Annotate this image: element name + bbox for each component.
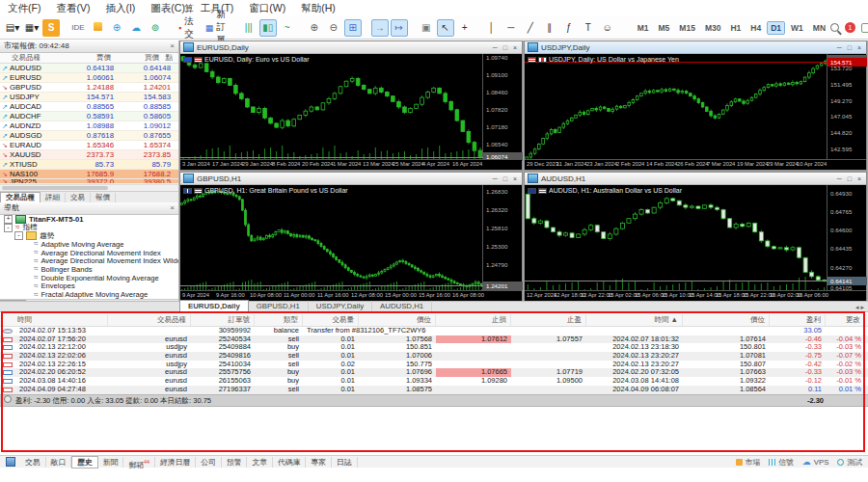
tree-item[interactable]: -≈指標 <box>0 224 178 232</box>
column-header[interactable]: 賣價 <box>60 53 114 63</box>
tree-item[interactable]: ≈Double Exponential Moving Average <box>0 274 178 282</box>
history-column-header[interactable]: 盈利 <box>770 314 826 326</box>
timeframe-m5[interactable]: M5 <box>655 21 674 35</box>
market-watch-hscrollbar[interactable] <box>0 184 178 191</box>
statusbar-tab[interactable]: 新聞 <box>98 457 124 468</box>
collapse-icon[interactable]: - <box>14 231 23 240</box>
history-row[interactable]: 2024.02.07 15:13:5330959992balanceTransf… <box>0 327 868 335</box>
chart-tab[interactable]: GBPUSD,H1 <box>249 301 309 311</box>
history-row[interactable]: 2024.03.08 14:40:16eurusd26155063buy0.01… <box>0 377 868 386</box>
chart-window-audusd-h1[interactable]: AUDUSD,H1─ □ ×AUDUSD, H1: Australian Dol… <box>524 172 867 302</box>
statusbar-tab[interactable]: 郵箱44 <box>123 457 155 468</box>
tree-item[interactable]: ≈Adaptive Moving Average <box>0 240 178 249</box>
history-row[interactable]: 2024.02.13 22:26:15usdjpy25410034sell0.0… <box>0 361 868 369</box>
window-controls[interactable]: ─ □ × <box>493 44 519 51</box>
timeframe-m15[interactable]: M15 <box>675 21 699 35</box>
menu-item[interactable]: 文件(F) <box>0 2 48 15</box>
statusbar-tab[interactable]: 敞口 <box>46 457 72 468</box>
text-icon[interactable]: T <box>580 19 597 37</box>
statusbar-tab[interactable]: 日誌 <box>332 457 358 468</box>
crosshair-icon[interactable]: + <box>456 19 474 37</box>
statusbar-tab[interactable]: 文章 <box>247 457 273 468</box>
price-chart-canvas[interactable]: EURUSD, Daily: Euro vs US Dollar <box>180 54 483 160</box>
community-globe-icon[interactable]: ⊚ <box>147 19 164 37</box>
chart-window-gbpusd-h1[interactable]: GBPUSD,H1─ □ ×GBPUSD, H1: Great Britain … <box>179 172 523 302</box>
history-column-header[interactable]: 價位 <box>359 314 436 326</box>
history-column-header[interactable]: 訂單號 <box>191 314 255 326</box>
column-header[interactable]: 交易品種 <box>0 53 60 63</box>
channel-icon[interactable]: ∥ <box>541 19 558 37</box>
market-watch-row[interactable]: ↘XAUUSD2373.732373.85 <box>0 150 178 160</box>
market-watch-row[interactable]: ↘EURAUD1.653461.65374 <box>0 141 178 150</box>
signals-status[interactable]: 信號 <box>769 457 794 468</box>
column-header[interactable]: 點 <box>162 53 176 63</box>
statusbar-tab[interactable]: 交易 <box>20 457 46 468</box>
market-watch-row[interactable]: ↘GBPUSD1.241881.24201 <box>0 83 178 93</box>
window-controls[interactable]: ─ □ × <box>837 175 863 182</box>
auto-scroll-icon[interactable]: → <box>371 19 389 37</box>
market-status[interactable]: 市場 <box>736 457 761 468</box>
objects-icon[interactable]: ☺ <box>599 19 616 37</box>
window-controls[interactable]: ─ □ × <box>493 175 519 182</box>
history-column-header[interactable]: 類型 <box>255 314 303 326</box>
history-row[interactable]: 2024.04.09 04:27:48eurusd27196337sell0.0… <box>0 386 868 394</box>
history-column-header[interactable]: 止盈 <box>511 314 586 326</box>
tester-status[interactable]: 測試 <box>837 457 862 468</box>
statusbar-tab[interactable]: 代碼庫 <box>273 457 306 468</box>
close-icon[interactable]: × <box>170 40 175 52</box>
market-watch-tab[interactable]: 詳細 <box>41 193 66 202</box>
chart-tab[interactable]: EURUSD,Daily <box>179 300 249 311</box>
market-watch-tab[interactable]: 交易 <box>66 193 91 202</box>
market-watch-row[interactable]: ↗XTIUSD85.7385.79 <box>0 160 178 170</box>
vps-status[interactable]: ☁VPS <box>802 458 829 467</box>
tree-item[interactable]: ≈Average Directional Movement Index <box>0 249 178 257</box>
chart-window-eurusd-daily[interactable]: EURUSD,Daily─ □ ×EURUSD, Daily: Euro vs … <box>179 40 523 171</box>
market-watch-row[interactable]: ↗AUDSGD0.876180.87655 <box>0 131 178 141</box>
tabstrip-scroll-arrows[interactable]: ◂ ▸ <box>855 304 868 311</box>
chart-window-usdjpy-daily[interactable]: USDJPY,Daily─ □ ×USDJPY, Daily: US Dolla… <box>524 40 867 171</box>
price-chart-canvas[interactable]: USDJPY, Daily: US Dollar vs Japanese Yen <box>525 54 827 160</box>
history-column-header[interactable]: 交易品種 <box>108 314 191 326</box>
market-watch-row[interactable]: ↘NAS10017685.917688.2 <box>0 170 178 179</box>
close-icon[interactable]: × <box>170 202 175 214</box>
market-watch-row[interactable]: ↗AUDNZD1.089881.09012 <box>0 121 178 131</box>
trendline-icon[interactable]: ╱ <box>522 19 539 37</box>
signals-icon[interactable]: ⊕ <box>108 19 125 37</box>
market-watch-row[interactable]: ↗AUDCAD0.885650.88585 <box>0 102 178 112</box>
statusbar-tab[interactable]: 公司 <box>196 457 222 468</box>
chart-shift-icon[interactable]: ↦ <box>391 19 408 37</box>
timeframe-h4[interactable]: H4 <box>746 21 765 35</box>
history-column-header[interactable]: 價位 <box>683 314 770 326</box>
vertical-line-icon[interactable]: │ <box>483 19 501 37</box>
history-column-header[interactable]: 交易量 <box>303 314 359 326</box>
tree-item[interactable]: ≈Fractal Adaptive Moving Average <box>0 290 178 299</box>
history-column-header[interactable]: 更改 <box>826 314 865 326</box>
collapse-icon[interactable]: - <box>4 224 13 232</box>
line-chart-icon[interactable]: ~ <box>279 19 296 37</box>
market-watch-row[interactable]: ↗AUDCHF0.585910.58605 <box>0 112 178 121</box>
statusbar-tab[interactable]: 預警 <box>222 457 248 468</box>
chart-window-titlebar[interactable]: AUDUSD,H1─ □ × <box>525 173 866 185</box>
window-controls[interactable]: ─ □ × <box>837 44 863 51</box>
fibonacci-icon[interactable]: ƒ <box>560 19 578 37</box>
cursor-icon[interactable]: ↖ <box>437 19 454 37</box>
history-row[interactable]: 2024.02.13 22:02:06eurusd25409816sell0.0… <box>0 352 868 361</box>
chart-window-titlebar[interactable]: USDJPY,Daily─ □ × <box>525 41 866 54</box>
price-chart-canvas[interactable]: GBPUSD, H1: Great Britain Pound vs US Do… <box>180 185 483 291</box>
history-column-header[interactable]: 止損 <box>436 314 511 326</box>
chat-icon[interactable] <box>861 23 868 33</box>
market-watch-row[interactable]: ↗USDJPY154.571154.583 <box>0 93 178 102</box>
history-row[interactable]: 2024.02.20 06:20:52eurusd25575756buy0.01… <box>0 368 868 377</box>
tree-item[interactable]: ≈Envelopes <box>0 282 178 291</box>
new-chart-icon[interactable]: ▤▾ <box>4 19 21 37</box>
history-row[interactable]: 2024.02.07 17:56:20eurusd25240534sell0.0… <box>0 335 868 344</box>
scrollbar-thumb[interactable] <box>2 186 108 190</box>
chart-tab[interactable]: AUDUSD,H1 <box>372 301 432 311</box>
timeframe-w1[interactable]: W1 <box>787 21 807 35</box>
zoom-in-icon[interactable]: ⊕ <box>306 19 323 37</box>
timeframe-m30[interactable]: M30 <box>701 21 725 35</box>
zoom-out-icon[interactable]: ⊖ <box>325 19 342 37</box>
candlestick-icon[interactable]: ▮▯ <box>259 19 277 37</box>
timeframe-d1[interactable]: D1 <box>767 21 785 35</box>
search-icon[interactable] <box>830 23 839 32</box>
